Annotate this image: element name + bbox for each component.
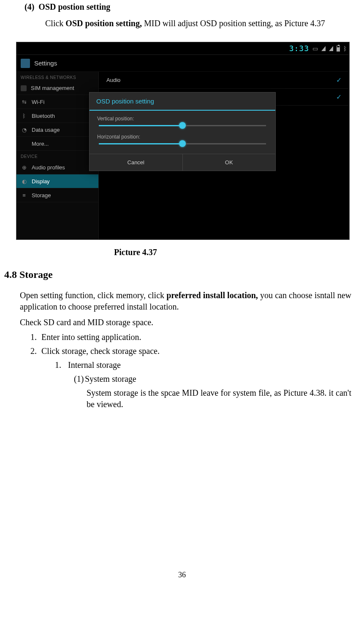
page-number: 36	[4, 571, 360, 579]
osd-dialog: OSD position setting Vertical position: …	[89, 92, 276, 171]
p1-bold: preferred install location,	[166, 291, 258, 300]
picture-caption: Picture 4.37	[114, 247, 360, 257]
sub-num: 1.	[55, 360, 66, 370]
step-num: 1.	[30, 332, 41, 342]
sub-paragraph: System storage is the spcae MID leave fo…	[87, 387, 351, 410]
screenshot-settings: 3:33 ▭ ᛒ Settings WIRELESS & NETWORKS SI…	[16, 42, 350, 240]
intro-bold: OSD position setting,	[65, 19, 142, 28]
slider-label-vertical: Vertical position:	[97, 116, 268, 122]
slider-label-horizontal: Horizontal position:	[97, 134, 268, 140]
vertical-slider[interactable]	[99, 125, 266, 126]
ok-button[interactable]: OK	[183, 154, 276, 171]
step-item: 1.Enter into setting application.	[30, 332, 360, 342]
section-heading-48: 4.8 Storage	[4, 269, 360, 280]
intro-prefix: Click	[45, 19, 65, 28]
dialog-title: OSD position setting	[90, 92, 275, 111]
num: (4)	[24, 2, 34, 11]
step-text: Enter into setting application.	[41, 332, 141, 342]
step-text: Click storage, check storage space.	[41, 346, 160, 356]
slider-thumb[interactable]	[179, 140, 186, 147]
sub-text: System storage	[85, 374, 136, 383]
paragraph: Check SD card and MID storage space.	[20, 317, 351, 328]
title: OSD postion setting	[38, 2, 110, 11]
intro-line: Click OSD position setting, MID will adj…	[45, 19, 360, 28]
dialog-overlay: OSD position setting Vertical position: …	[16, 42, 349, 239]
step-num: 2.	[30, 346, 41, 356]
cancel-button[interactable]: Cancel	[90, 154, 183, 171]
slider-thumb[interactable]	[179, 122, 186, 129]
intro-suffix: MID will adjust OSD position setting, as…	[142, 19, 325, 28]
step-item: 2.Click storage, check storage space.	[30, 346, 360, 356]
sub-num: (1)	[74, 374, 85, 384]
paragraph: Open setting function, click memory, cli…	[20, 290, 351, 313]
subsection-heading: (4) OSD postion setting	[24, 2, 360, 12]
horizontal-slider[interactable]	[99, 143, 266, 144]
sub-text: Internal storage	[68, 360, 121, 370]
sub-item: (1)System storage	[74, 374, 360, 384]
sub-item: 1. Internal storage	[55, 360, 360, 370]
p1-prefix: Open setting function, click memory, cli…	[20, 291, 166, 300]
